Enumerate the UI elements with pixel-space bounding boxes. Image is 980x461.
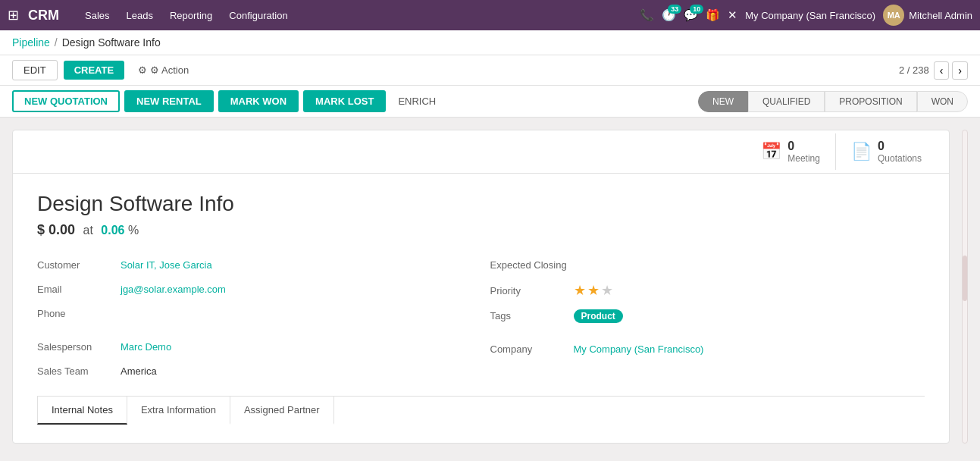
sales-team-field: Sales Team America [37, 359, 472, 384]
email-value[interactable]: jga@solar.example.com [121, 284, 226, 295]
gear-icon: ⚙ [138, 64, 147, 76]
amount-value: $ 0.00 [37, 222, 75, 237]
enrich-button[interactable]: ENRICH [390, 92, 443, 111]
record-title: Design Software Info [37, 192, 925, 216]
chat-icon[interactable]: 💬 10 [684, 8, 698, 22]
meeting-count: 0 [787, 140, 820, 153]
email-field: Email jga@solar.example.com [37, 278, 472, 302]
company-name: My Company (San Francisco) [745, 10, 875, 21]
sales-team-label: Sales Team [37, 365, 121, 377]
smart-buttons: 📅 0 Meeting 📄 0 Quotations [13, 130, 949, 174]
chat-badge: 10 [690, 5, 703, 14]
tabs-bar: Internal Notes Extra Information Assigne… [37, 396, 925, 425]
phone-icon[interactable]: 📞 [640, 8, 654, 22]
menu-configuration[interactable]: Configuration [221, 7, 295, 24]
stage-qualified[interactable]: QUALIFIED [748, 91, 825, 112]
scrollbar-hint[interactable] [962, 130, 968, 444]
right-fields: Expected Closing Priority ★ ★ ★ Tags Pr [490, 253, 925, 384]
mark-lost-button[interactable]: MARK LOST [303, 90, 386, 112]
calendar-icon: 📅 [761, 142, 781, 162]
at-label: at [83, 224, 93, 237]
menu-sales[interactable]: Sales [77, 7, 117, 24]
priority-label: Priority [490, 285, 574, 296]
username: Mitchell Admin [909, 10, 972, 21]
tab-assigned-partner[interactable]: Assigned Partner [230, 397, 334, 425]
breadcrumb-current: Design Software Info [62, 36, 161, 49]
star-2[interactable]: ★ [587, 282, 600, 299]
new-rental-button[interactable]: NEW RENTAL [124, 90, 214, 112]
gift-icon[interactable]: 🎁 [706, 8, 720, 22]
document-icon: 📄 [851, 142, 872, 162]
percent-symbol: % [128, 224, 139, 237]
app-name: CRM [28, 8, 59, 24]
user-menu[interactable]: MA Mitchell Admin [883, 5, 972, 26]
company-value[interactable]: My Company (San Francisco) [574, 343, 704, 355]
expected-closing-field: Expected Closing [490, 253, 925, 278]
edit-button[interactable]: EDIT [12, 60, 58, 80]
avatar: MA [883, 5, 904, 26]
tab-internal-notes[interactable]: Internal Notes [37, 397, 127, 425]
stage-bar: NEW QUOTATION NEW RENTAL MARK WON MARK L… [0, 86, 980, 118]
tab-extra-information[interactable]: Extra Information [127, 397, 230, 425]
action-bar: EDIT CREATE ⚙ ⚙ Action 2 / 238 ‹ › [0, 55, 980, 86]
menu-reporting[interactable]: Reporting [162, 7, 220, 24]
new-quotation-button[interactable]: NEW QUOTATION [12, 90, 120, 112]
next-page-button[interactable]: › [952, 61, 968, 80]
expected-closing-label: Expected Closing [490, 259, 574, 271]
page-info: 2 / 238 [899, 64, 929, 76]
meeting-label: Meeting [787, 153, 820, 164]
page-navigation: ‹ › [934, 61, 968, 80]
salesperson-label: Salesperson [37, 341, 121, 353]
mark-won-button[interactable]: MARK WON [218, 90, 299, 112]
quotations-smart-button[interactable]: 📄 0 Quotations [836, 133, 937, 170]
breadcrumb-pipeline[interactable]: Pipeline [12, 36, 50, 49]
fields-grid: Customer Solar IT, Jose Garcia Email jga… [37, 253, 925, 384]
action-button[interactable]: ⚙ ⚙ Action [130, 61, 196, 80]
phone-field: Phone [37, 302, 472, 326]
top-right-icons: 📞 🕐 33 💬 10 🎁 ✕ My Company (San Francisc… [640, 5, 972, 26]
tag-product[interactable]: Product [574, 309, 623, 323]
create-button[interactable]: CREATE [64, 61, 124, 80]
customer-value[interactable]: Solar IT, Jose Garcia [121, 259, 212, 271]
record-form: Design Software Info $ 0.00 at 0.06 % Cu… [13, 174, 949, 443]
customer-label: Customer [37, 259, 121, 271]
email-label: Email [37, 284, 121, 295]
left-fields: Customer Solar IT, Jose Garcia Email jga… [37, 253, 472, 384]
tags-field: Tags Product [490, 304, 925, 328]
sales-team-value: America [121, 365, 157, 377]
customer-field: Customer Solar IT, Jose Garcia [37, 253, 472, 278]
clock-icon[interactable]: 🕐 33 [662, 8, 676, 22]
priority-stars[interactable]: ★ ★ ★ [574, 282, 613, 299]
stage-new[interactable]: NEW [698, 91, 748, 112]
company-label: Company [490, 343, 574, 355]
menu-leads[interactable]: Leads [119, 7, 161, 24]
phone-label: Phone [37, 308, 121, 319]
main-menu: Sales Leads Reporting Configuration [77, 7, 296, 24]
salesperson-field: Salesperson Marc Demo [37, 335, 472, 359]
quotations-label: Quotations [878, 153, 922, 164]
quotations-count: 0 [878, 140, 922, 153]
probability-value: 0.06 [101, 224, 124, 237]
stage-pipeline: NEW QUALIFIED PROPOSITION WON [698, 91, 968, 112]
record-amount-row: $ 0.00 at 0.06 % [37, 222, 925, 238]
priority-field: Priority ★ ★ ★ [490, 278, 925, 304]
close-icon[interactable]: ✕ [728, 8, 737, 22]
record-card: 📅 0 Meeting 📄 0 Quotations Design Softwa… [12, 130, 950, 444]
apps-grid-icon[interactable]: ⊞ [8, 7, 19, 24]
company-field: Company My Company (San Francisco) [490, 337, 925, 362]
main-content: 📅 0 Meeting 📄 0 Quotations Design Softwa… [0, 118, 980, 456]
stage-won[interactable]: WON [917, 91, 968, 112]
breadcrumb-separator: / [55, 36, 58, 49]
breadcrumb: Pipeline / Design Software Info [0, 30, 980, 55]
clock-badge: 33 [668, 5, 681, 14]
stage-proposition[interactable]: PROPOSITION [825, 91, 916, 112]
salesperson-value[interactable]: Marc Demo [121, 341, 171, 353]
meetings-smart-button[interactable]: 📅 0 Meeting [746, 133, 836, 170]
star-1[interactable]: ★ [574, 282, 586, 299]
tags-label: Tags [490, 310, 574, 321]
star-3[interactable]: ★ [601, 282, 613, 299]
top-navigation: ⊞ CRM Sales Leads Reporting Configuratio… [0, 0, 980, 30]
pagination: 2 / 238 ‹ › [899, 61, 968, 80]
prev-page-button[interactable]: ‹ [934, 61, 950, 80]
